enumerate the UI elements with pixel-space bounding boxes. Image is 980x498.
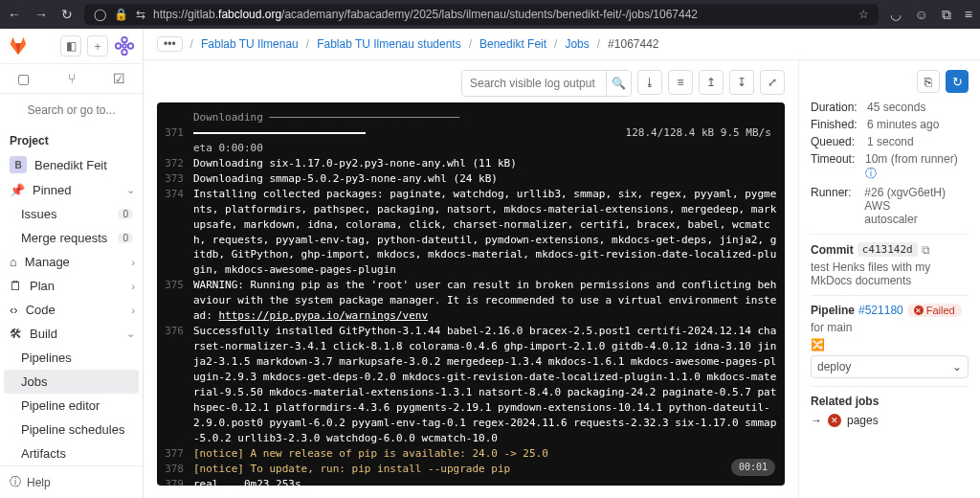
- browser-chrome: ← → ↻ ◯ 🔒 ⇆ https://gitlab.fabcloud.org/…: [0, 0, 980, 29]
- copy-icon[interactable]: ⧉: [922, 243, 930, 257]
- project-link[interactable]: B Benedikt Feit: [0, 151, 143, 178]
- sidebar: ◧ ＋ ▢ ⑂ ☑ Project B Benedikt Feit 📌 Pinn…: [0, 29, 144, 498]
- nav-pipeline-editor[interactable]: Pipeline editor: [0, 394, 143, 418]
- extensions-icon[interactable]: ⧉: [942, 7, 951, 23]
- retry-icon[interactable]: ↻: [946, 70, 969, 93]
- build-icon: 🛠: [10, 327, 22, 341]
- log-line: Installing collected packages: paginate,…: [193, 187, 785, 279]
- search-icon[interactable]: 🔍: [606, 71, 631, 96]
- nav-pipelines[interactable]: Pipelines: [0, 346, 143, 370]
- nav-artifacts[interactable]: Artifacts: [0, 441, 143, 465]
- url-bar[interactable]: ◯ 🔒 ⇆ https://gitlab.fabcloud.org/academ…: [84, 4, 879, 25]
- nav-build-label: Build: [30, 327, 57, 341]
- stage-select[interactable]: deploy⌄: [811, 355, 969, 378]
- job-log[interactable]: Downloading ────────────────────────────…: [157, 102, 785, 486]
- svg-point-1: [122, 37, 127, 43]
- nav-manage[interactable]: ⌂Manage›: [0, 250, 143, 274]
- new-item-icon[interactable]: ＋: [87, 35, 108, 57]
- nav-plan[interactable]: 🗒Plan›: [0, 274, 143, 298]
- log-line: [notice] To update, run: pip install --u…: [193, 462, 785, 477]
- fullscreen-icon[interactable]: ⤢: [760, 70, 785, 95]
- help-link[interactable]: ⓘHelp: [0, 465, 143, 498]
- rail-tab-merge-icon[interactable]: ⑂: [48, 64, 96, 93]
- issues-count-badge: 0: [118, 209, 133, 219]
- extension-flower-icon[interactable]: [114, 35, 135, 57]
- pipeline-link[interactable]: #521180: [858, 304, 903, 317]
- bookmark-star-icon[interactable]: ☆: [858, 8, 869, 21]
- plan-icon: 🗒: [10, 279, 22, 293]
- log-line: Successfully installed GitPython-3.1.44 …: [193, 324, 785, 446]
- nav-pipelines-label: Pipelines: [21, 351, 72, 365]
- log-line: Downloading smmap-5.0.2-py3-none-any.whl…: [193, 171, 785, 187]
- crumb-1[interactable]: Fablab TU Ilmenau: [201, 37, 299, 51]
- related-job-label: pages: [847, 414, 879, 427]
- log-search-input[interactable]: [462, 71, 606, 96]
- commit-label: Commit: [811, 243, 854, 257]
- nav-jobs[interactable]: Jobs: [4, 370, 139, 394]
- gitlab-logo-icon[interactable]: [8, 35, 29, 57]
- queued-label: Queued:: [811, 135, 863, 148]
- related-job-pages[interactable]: → ✕ pages: [811, 414, 969, 427]
- help-icon[interactable]: ⓘ: [865, 167, 877, 180]
- pin-icon: 📌: [10, 183, 25, 197]
- duration-label: Duration:: [811, 101, 863, 114]
- scroll-top-icon[interactable]: ↥: [699, 70, 724, 95]
- nav-build[interactable]: 🛠Build⌄: [0, 322, 143, 346]
- nav-pinned-label: Pinned: [33, 183, 71, 197]
- log-toolbar: 🔍 ⭳ ≡ ↥ ↧ ⤢: [157, 70, 785, 97]
- nav-fwd-icon[interactable]: →: [34, 7, 48, 22]
- nav-pipeline-schedules[interactable]: Pipeline schedules: [0, 418, 143, 441]
- url-path: /academany/fabacademy/2025/labs/ilmenau/…: [281, 8, 698, 21]
- log-truncated-line: Downloading ────────────────────────────…: [193, 110, 785, 125]
- nav-code[interactable]: ‹›Code›: [0, 298, 143, 322]
- nav-issues[interactable]: Issues 0: [0, 202, 143, 226]
- nav-reload-icon[interactable]: ↻: [61, 7, 73, 22]
- chevron-down-icon: ⌄: [126, 328, 135, 340]
- related-jobs-label: Related jobs: [811, 395, 879, 408]
- nav-merge-requests[interactable]: Merge requests 0: [0, 226, 143, 250]
- help-label: Help: [27, 476, 51, 489]
- log-line: [notice] A new release of pip is availab…: [193, 446, 785, 462]
- breadcrumb: •••/ Fablab TU Ilmenau/ Fablab TU Ilmena…: [144, 29, 980, 60]
- chevron-right-icon: ›: [131, 257, 135, 268]
- sidebar-search-input[interactable]: [6, 100, 137, 121]
- finished-label: Finished:: [811, 118, 863, 131]
- crumb-2[interactable]: Fablab TU Ilmenau students: [317, 37, 461, 51]
- raw-icon[interactable]: ≡: [668, 70, 693, 95]
- crumb-3[interactable]: Benedikt Feit: [479, 37, 546, 51]
- duration-value: 45 seconds: [867, 101, 925, 114]
- crumb-5: #1067442: [608, 37, 658, 51]
- finished-value: 6 minutes ago: [867, 118, 939, 131]
- sidebar-collapse-icon[interactable]: ◧: [60, 35, 81, 57]
- pocket-icon[interactable]: ◡: [890, 7, 902, 23]
- commit-message: test Henks files with my MkDocs document…: [811, 260, 969, 287]
- status-badge: ✕Failed: [907, 304, 962, 317]
- nav-back-icon[interactable]: ←: [8, 7, 21, 22]
- rail-tab-project-icon[interactable]: ▢: [0, 64, 48, 93]
- rail-tab-todo-icon[interactable]: ☑: [95, 64, 143, 93]
- crumb-4[interactable]: Jobs: [565, 37, 589, 51]
- account-icon[interactable]: ☺: [915, 7, 928, 23]
- shield-icon: ◯: [94, 8, 106, 21]
- nav-jobs-label: Jobs: [21, 374, 47, 389]
- section-duration-pill: 00:01: [731, 459, 775, 477]
- nav-pe-label: Pipeline editor: [21, 398, 100, 413]
- chevron-down-icon: ⌄: [952, 360, 962, 374]
- merge-train-icon: 🔀: [811, 338, 969, 351]
- breadcrumb-more[interactable]: •••: [157, 36, 183, 52]
- new-issue-icon[interactable]: ⎘: [917, 70, 940, 93]
- chevron-right-icon: ›: [131, 281, 135, 292]
- log-search: 🔍: [461, 70, 632, 97]
- project-avatar: B: [10, 156, 27, 173]
- url-host: fabcloud.org: [218, 8, 281, 21]
- log-line: 128.4/128.4 kB 9.5 MB/s eta 0:00:00: [193, 125, 785, 156]
- nav-pinned[interactable]: 📌 Pinned ⌄: [0, 178, 143, 202]
- url-prefix: https://gitlab.: [153, 8, 218, 21]
- queued-value: 1 second: [867, 135, 914, 148]
- menu-icon[interactable]: ≡: [965, 7, 972, 23]
- commit-sha[interactable]: c413142d: [858, 242, 918, 257]
- scroll-bottom-icon[interactable]: ↧: [729, 70, 754, 95]
- log-line: real 0m23.253s: [193, 477, 785, 487]
- download-raw-icon[interactable]: ⭳: [637, 70, 662, 95]
- chevron-down-icon: ⌄: [126, 184, 135, 196]
